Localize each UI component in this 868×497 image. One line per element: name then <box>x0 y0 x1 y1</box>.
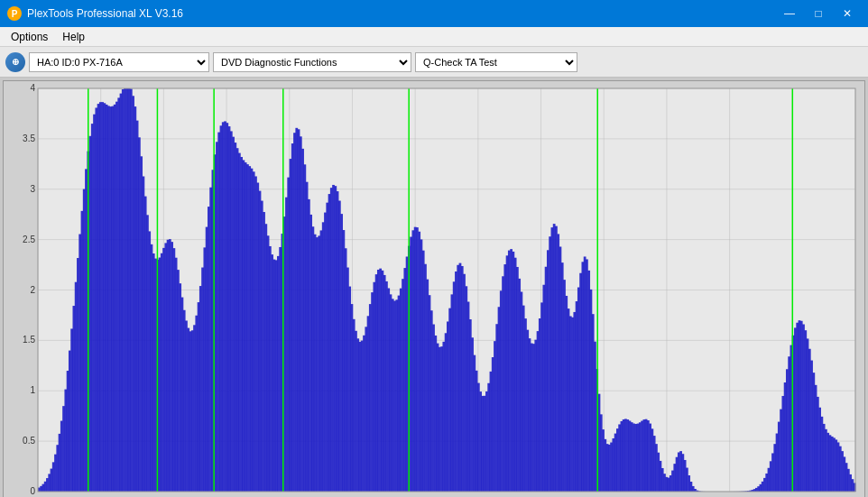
window-controls: — □ ✕ <box>776 5 861 23</box>
test-select[interactable]: Q-Check TA Test <box>415 52 577 72</box>
minimize-button[interactable]: — <box>776 5 803 23</box>
app-icon: P <box>7 6 22 21</box>
titlebar: P PlexTools Professional XL V3.16 — □ ✕ <box>0 0 868 27</box>
charts-area <box>0 78 868 497</box>
titlebar-left: P PlexTools Professional XL V3.16 <box>7 6 183 21</box>
menubar: Options Help <box>0 27 868 47</box>
toolbar: ⊕ HA:0 ID:0 PX-716A DVD Diagnostic Funct… <box>0 47 868 78</box>
device-select[interactable]: HA:0 ID:0 PX-716A <box>29 52 209 72</box>
maximize-button[interactable]: □ <box>805 5 832 23</box>
function-select[interactable]: DVD Diagnostic Functions <box>213 52 411 72</box>
menu-help[interactable]: Help <box>55 29 92 45</box>
app-title: PlexTools Professional XL V3.16 <box>27 7 183 20</box>
device-icon: ⊕ <box>5 52 25 72</box>
menu-options[interactable]: Options <box>4 29 55 45</box>
close-button[interactable]: ✕ <box>834 5 861 23</box>
blue-chart-container <box>3 80 865 497</box>
blue-chart <box>4 81 864 497</box>
